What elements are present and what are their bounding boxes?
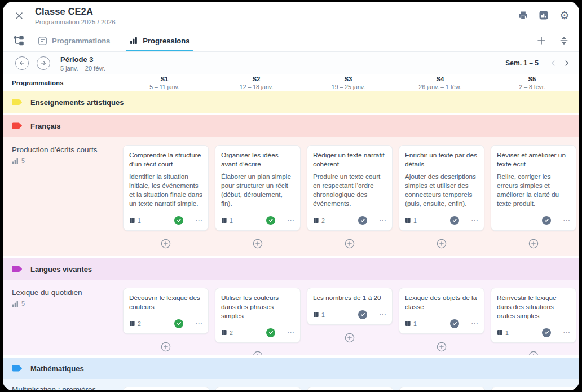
close-icon[interactable] bbox=[14, 11, 24, 21]
hierarchy-icon[interactable] bbox=[13, 35, 24, 46]
status-check-icon[interactable] bbox=[358, 216, 367, 225]
card-menu-icon[interactable]: ⋯ bbox=[379, 312, 387, 318]
section-label: Français bbox=[30, 122, 60, 130]
next-weeks-icon[interactable] bbox=[562, 59, 571, 68]
card-stub[interactable] bbox=[399, 387, 486, 390]
analytics-icon[interactable] bbox=[538, 10, 549, 21]
card-title: Enrichir un texte par des détails bbox=[405, 151, 479, 169]
tab-progressions[interactable]: Progressions bbox=[128, 30, 191, 51]
section-band-mathematiques[interactable]: Mathématiques bbox=[3, 358, 579, 379]
card-description: Produire un texte court en respectant l’… bbox=[313, 172, 387, 208]
period-range: 5 janv. – 20 févr. bbox=[60, 65, 105, 72]
section-band-francais[interactable]: Français bbox=[3, 115, 579, 137]
sessions-icon bbox=[129, 320, 135, 327]
objective-card[interactable]: Réviser et améliorer un texte écrit Reli… bbox=[491, 145, 576, 231]
status-check-icon[interactable] bbox=[266, 328, 275, 337]
add-card-button[interactable] bbox=[528, 351, 539, 355]
status-check-icon[interactable] bbox=[450, 319, 459, 328]
card-menu-icon[interactable]: ⋯ bbox=[195, 218, 203, 223]
add-card-button[interactable] bbox=[436, 239, 447, 249]
objective-card[interactable]: Découvrir le lexique des couleurs 2 ⋯ bbox=[123, 288, 209, 334]
card-title: Rédiger un texte narratif cohérent bbox=[313, 151, 387, 169]
objective-card[interactable]: Les nombres de 1 à 20 1 ⋯ bbox=[307, 288, 393, 325]
card-menu-icon[interactable]: ⋯ bbox=[195, 321, 203, 327]
session-count: 2 bbox=[313, 217, 325, 224]
section-label: Enseignements artistiques bbox=[30, 98, 124, 107]
card-menu-icon[interactable]: ⋯ bbox=[287, 218, 295, 223]
window-header: Classe CE2A Programmation 2025 / 2026 ⚙ bbox=[3, 2, 579, 30]
session-count: 1 bbox=[405, 320, 417, 327]
add-card-button[interactable] bbox=[161, 342, 171, 352]
tag-icon bbox=[12, 266, 23, 273]
tab-programmations[interactable]: Programmations bbox=[37, 30, 111, 51]
card-title: Les nombres de 1 à 20 bbox=[313, 293, 387, 302]
objective-card[interactable]: Utiliser les couleurs dans des phrases s… bbox=[215, 288, 301, 343]
card-menu-icon[interactable]: ⋯ bbox=[563, 330, 571, 336]
card-stub[interactable] bbox=[215, 387, 302, 390]
objective-card[interactable]: Rédiger un texte narratif cohérent Produ… bbox=[307, 145, 393, 231]
objective-card[interactable]: Enrichir un texte par des détails Ajoute… bbox=[399, 145, 484, 231]
week-header-s1: S1 5 – 11 janv. bbox=[118, 74, 210, 91]
tab-label: Programmations bbox=[52, 37, 110, 45]
add-card-button[interactable] bbox=[253, 239, 263, 249]
sessions-icon bbox=[313, 217, 319, 223]
card-description: Relire, corriger les erreurs simples et … bbox=[497, 172, 571, 208]
row-label: Lexique du quotidien bbox=[12, 288, 114, 298]
section-label: Langues vivantes bbox=[30, 265, 92, 274]
sessions-icon bbox=[129, 217, 135, 223]
status-check-icon[interactable] bbox=[542, 216, 551, 225]
status-check-icon[interactable] bbox=[542, 328, 551, 337]
card-title: Organiser les idées avant d’écrire bbox=[221, 151, 295, 169]
next-period-button[interactable] bbox=[37, 56, 50, 70]
add-card-button[interactable] bbox=[436, 342, 447, 352]
week-header-s2: S2 12 – 18 janv. bbox=[210, 74, 302, 91]
add-card-button[interactable] bbox=[253, 351, 263, 355]
card-stub[interactable] bbox=[491, 387, 577, 390]
objective-card[interactable]: Réinvestir le lexique dans des situation… bbox=[491, 288, 576, 343]
column-header-row: Programmations S1 5 – 11 janv. S2 12 – 1… bbox=[3, 74, 579, 91]
status-check-icon[interactable] bbox=[358, 310, 367, 319]
card-stub[interactable] bbox=[123, 387, 210, 390]
week-range-label: Sem. 1 – 5 bbox=[505, 59, 539, 67]
objective-card[interactable]: Lexique des objets de la classe 1 ⋯ bbox=[399, 288, 484, 334]
tag-icon bbox=[12, 122, 23, 130]
session-count: 2 bbox=[221, 329, 233, 336]
status-check-icon[interactable] bbox=[174, 216, 183, 225]
section-band-enseignements-artistiques[interactable]: Enseignements artistiques bbox=[3, 91, 579, 113]
card-menu-icon[interactable]: ⋯ bbox=[563, 218, 571, 223]
card-menu-icon[interactable]: ⋯ bbox=[287, 330, 295, 336]
add-card-button[interactable] bbox=[345, 239, 355, 249]
card-menu-icon[interactable]: ⋯ bbox=[471, 321, 479, 327]
sessions-icon bbox=[221, 217, 227, 223]
add-icon[interactable] bbox=[536, 36, 546, 46]
previous-weeks-icon[interactable] bbox=[549, 59, 558, 68]
add-card-button[interactable] bbox=[345, 333, 355, 343]
card-title: Comprendre la structure d’un récit court bbox=[129, 151, 203, 169]
row-label: Multiplication : premières bbox=[12, 385, 114, 390]
session-count: 1 bbox=[129, 217, 141, 224]
status-check-icon[interactable] bbox=[450, 216, 459, 225]
printer-icon[interactable] bbox=[517, 10, 528, 21]
card-title: Utiliser les couleurs dans des phrases s… bbox=[221, 293, 295, 320]
gear-icon[interactable]: ⚙ bbox=[559, 10, 570, 21]
card-stub[interactable] bbox=[307, 387, 394, 390]
page-title: Classe CE2A bbox=[35, 6, 116, 17]
section-band-langues-vivantes[interactable]: Langues vivantes bbox=[3, 258, 579, 280]
status-check-icon[interactable] bbox=[266, 216, 275, 225]
card-menu-icon[interactable]: ⋯ bbox=[471, 218, 479, 223]
card-menu-icon[interactable]: ⋯ bbox=[379, 218, 387, 223]
add-card-button[interactable] bbox=[161, 239, 171, 249]
session-count: 1 bbox=[313, 311, 325, 318]
session-count: 2 bbox=[129, 320, 141, 327]
objective-card[interactable]: Comprendre la structure d’un récit court… bbox=[123, 145, 209, 231]
tab-label: Progressions bbox=[143, 37, 189, 45]
screen: Classe CE2A Programmation 2025 / 2026 ⚙ … bbox=[0, 0, 582, 392]
row-density-icon[interactable] bbox=[559, 36, 569, 46]
previous-period-button[interactable] bbox=[15, 56, 29, 70]
sessions-icon bbox=[313, 311, 319, 318]
objective-card[interactable]: Organiser les idées avant d’écrire Élabo… bbox=[215, 145, 301, 231]
status-check-icon[interactable] bbox=[174, 319, 183, 328]
week-header-s3: S3 19 – 25 janv. bbox=[302, 74, 394, 91]
add-card-button[interactable] bbox=[528, 239, 539, 249]
sessions-icon bbox=[497, 329, 503, 336]
